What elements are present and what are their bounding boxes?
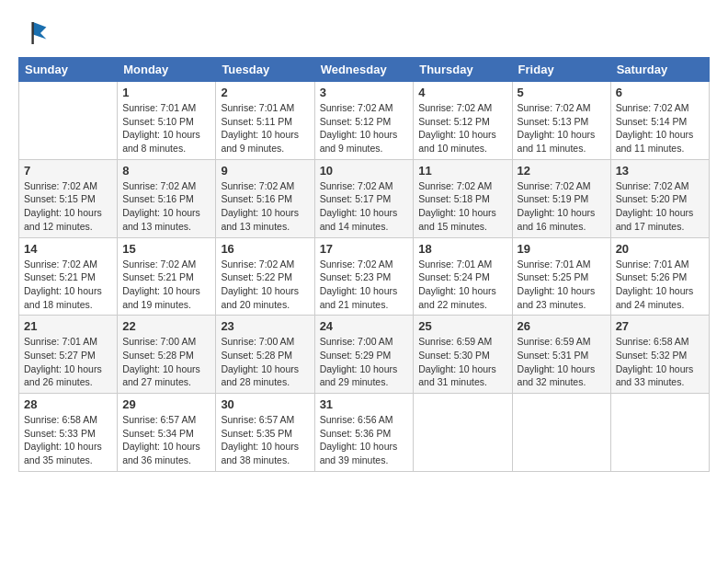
day-info: Sunrise: 6:58 AMSunset: 5:33 PMDaylight:… (24, 413, 112, 467)
column-header-friday: Friday (512, 58, 610, 82)
day-info: Sunrise: 7:01 AMSunset: 5:27 PMDaylight:… (24, 335, 112, 389)
day-info: Sunrise: 7:02 AMSunset: 5:23 PMDaylight:… (320, 258, 409, 312)
calendar-cell: 9Sunrise: 7:02 AMSunset: 5:16 PMDaylight… (216, 159, 314, 237)
day-number: 16 (221, 242, 309, 256)
calendar-cell: 16Sunrise: 7:02 AMSunset: 5:22 PMDayligh… (216, 237, 314, 316)
day-number: 14 (24, 242, 112, 256)
svg-marker-1 (33, 22, 46, 39)
day-number: 29 (122, 397, 210, 411)
calendar-cell: 14Sunrise: 7:02 AMSunset: 5:21 PMDayligh… (19, 237, 118, 316)
day-info: Sunrise: 7:01 AMSunset: 5:25 PMDaylight:… (518, 258, 606, 312)
day-number: 28 (24, 397, 112, 411)
day-info: Sunrise: 7:02 AMSunset: 5:20 PMDaylight:… (616, 179, 704, 234)
column-header-thursday: Thursday (414, 58, 512, 82)
day-info: Sunrise: 7:00 AMSunset: 5:29 PMDaylight:… (320, 335, 409, 389)
day-info: Sunrise: 7:00 AMSunset: 5:28 PMDaylight:… (122, 335, 210, 389)
day-info: Sunrise: 7:01 AMSunset: 5:24 PMDaylight:… (418, 258, 506, 312)
day-info: Sunrise: 6:57 AMSunset: 5:34 PMDaylight:… (122, 413, 210, 467)
calendar-cell: 6Sunrise: 7:02 AMSunset: 5:14 PMDaylight… (610, 82, 709, 160)
calendar-table: SundayMondayTuesdayWednesdayThursdayFrid… (18, 57, 710, 472)
day-info: Sunrise: 7:02 AMSunset: 5:21 PMDaylight:… (24, 258, 112, 312)
day-info: Sunrise: 7:00 AMSunset: 5:28 PMDaylight:… (221, 335, 309, 389)
day-info: Sunrise: 7:02 AMSunset: 5:12 PMDaylight:… (320, 101, 409, 155)
day-number: 24 (320, 319, 409, 333)
day-number: 12 (518, 164, 606, 178)
calendar-cell: 30Sunrise: 6:57 AMSunset: 5:35 PMDayligh… (216, 394, 314, 472)
day-info: Sunrise: 7:02 AMSunset: 5:16 PMDaylight:… (221, 179, 309, 234)
day-number: 23 (221, 319, 309, 333)
calendar-cell: 11Sunrise: 7:02 AMSunset: 5:18 PMDayligh… (414, 159, 512, 237)
day-number: 15 (122, 242, 210, 256)
column-header-monday: Monday (118, 58, 216, 82)
day-number: 11 (418, 164, 506, 178)
column-header-wednesday: Wednesday (314, 58, 414, 82)
calendar-cell: 1Sunrise: 7:01 AMSunset: 5:10 PMDaylight… (118, 82, 216, 160)
day-number: 8 (122, 164, 210, 178)
calendar-cell: 2Sunrise: 7:01 AMSunset: 5:11 PMDaylight… (216, 82, 314, 160)
day-info: Sunrise: 6:59 AMSunset: 5:30 PMDaylight:… (418, 335, 506, 389)
day-number: 20 (616, 242, 704, 256)
logo-icon (18, 18, 48, 48)
calendar-cell: 27Sunrise: 6:58 AMSunset: 5:32 PMDayligh… (610, 316, 709, 394)
calendar-cell: 4Sunrise: 7:02 AMSunset: 5:12 PMDaylight… (414, 82, 512, 160)
day-info: Sunrise: 7:02 AMSunset: 5:18 PMDaylight:… (418, 179, 506, 234)
day-info: Sunrise: 6:57 AMSunset: 5:35 PMDaylight:… (221, 413, 309, 467)
calendar-header-row: SundayMondayTuesdayWednesdayThursdayFrid… (19, 58, 710, 82)
day-number: 9 (221, 164, 309, 178)
column-header-tuesday: Tuesday (216, 58, 314, 82)
calendar-cell (414, 394, 512, 472)
calendar-cell (512, 394, 610, 472)
day-number: 1 (122, 86, 210, 99)
page-header (18, 18, 710, 48)
day-number: 31 (320, 397, 409, 411)
calendar-cell: 21Sunrise: 7:01 AMSunset: 5:27 PMDayligh… (19, 316, 118, 394)
day-info: Sunrise: 6:58 AMSunset: 5:32 PMDaylight:… (616, 335, 704, 389)
day-number: 18 (418, 242, 506, 256)
calendar-cell: 20Sunrise: 7:01 AMSunset: 5:26 PMDayligh… (610, 237, 709, 316)
day-number: 3 (320, 86, 409, 99)
day-info: Sunrise: 7:02 AMSunset: 5:13 PMDaylight:… (518, 101, 606, 155)
day-info: Sunrise: 7:02 AMSunset: 5:22 PMDaylight:… (221, 258, 309, 312)
day-info: Sunrise: 7:02 AMSunset: 5:17 PMDaylight:… (320, 179, 409, 234)
svg-rect-2 (31, 22, 33, 44)
day-number: 19 (518, 242, 606, 256)
column-header-sunday: Sunday (19, 58, 118, 82)
calendar-cell: 26Sunrise: 6:59 AMSunset: 5:31 PMDayligh… (512, 316, 610, 394)
calendar-week-row: 7Sunrise: 7:02 AMSunset: 5:15 PMDaylight… (19, 159, 710, 237)
calendar-cell: 23Sunrise: 7:00 AMSunset: 5:28 PMDayligh… (216, 316, 314, 394)
day-info: Sunrise: 6:56 AMSunset: 5:36 PMDaylight:… (320, 413, 409, 467)
calendar-cell: 5Sunrise: 7:02 AMSunset: 5:13 PMDaylight… (512, 82, 610, 160)
column-header-saturday: Saturday (610, 58, 709, 82)
calendar-cell: 8Sunrise: 7:02 AMSunset: 5:16 PMDaylight… (118, 159, 216, 237)
day-number: 27 (616, 319, 704, 333)
day-number: 4 (418, 86, 506, 99)
calendar-cell: 19Sunrise: 7:01 AMSunset: 5:25 PMDayligh… (512, 237, 610, 316)
day-number: 13 (616, 164, 704, 178)
day-info: Sunrise: 7:02 AMSunset: 5:12 PMDaylight:… (418, 101, 506, 155)
calendar-cell: 10Sunrise: 7:02 AMSunset: 5:17 PMDayligh… (314, 159, 414, 237)
day-number: 10 (320, 164, 409, 178)
calendar-cell: 7Sunrise: 7:02 AMSunset: 5:15 PMDaylight… (19, 159, 118, 237)
day-number: 30 (221, 397, 309, 411)
day-info: Sunrise: 7:01 AMSunset: 5:11 PMDaylight:… (221, 101, 309, 155)
calendar-cell: 3Sunrise: 7:02 AMSunset: 5:12 PMDaylight… (314, 82, 414, 160)
day-info: Sunrise: 7:01 AMSunset: 5:26 PMDaylight:… (616, 258, 704, 312)
day-number: 5 (518, 86, 606, 99)
calendar-cell: 12Sunrise: 7:02 AMSunset: 5:19 PMDayligh… (512, 159, 610, 237)
day-number: 26 (518, 319, 606, 333)
day-number: 22 (122, 319, 210, 333)
calendar-cell: 18Sunrise: 7:01 AMSunset: 5:24 PMDayligh… (414, 237, 512, 316)
calendar-cell: 25Sunrise: 6:59 AMSunset: 5:30 PMDayligh… (414, 316, 512, 394)
day-number: 21 (24, 319, 112, 333)
calendar-cell: 15Sunrise: 7:02 AMSunset: 5:21 PMDayligh… (118, 237, 216, 316)
calendar-cell: 22Sunrise: 7:00 AMSunset: 5:28 PMDayligh… (118, 316, 216, 394)
day-number: 6 (616, 86, 704, 99)
calendar-cell: 24Sunrise: 7:00 AMSunset: 5:29 PMDayligh… (314, 316, 414, 394)
calendar-cell (610, 394, 709, 472)
day-number: 2 (221, 86, 309, 99)
calendar-cell: 28Sunrise: 6:58 AMSunset: 5:33 PMDayligh… (19, 394, 118, 472)
day-info: Sunrise: 7:02 AMSunset: 5:14 PMDaylight:… (616, 101, 704, 155)
day-info: Sunrise: 7:02 AMSunset: 5:16 PMDaylight:… (122, 179, 210, 234)
calendar-week-row: 1Sunrise: 7:01 AMSunset: 5:10 PMDaylight… (19, 82, 710, 160)
calendar-cell: 17Sunrise: 7:02 AMSunset: 5:23 PMDayligh… (314, 237, 414, 316)
